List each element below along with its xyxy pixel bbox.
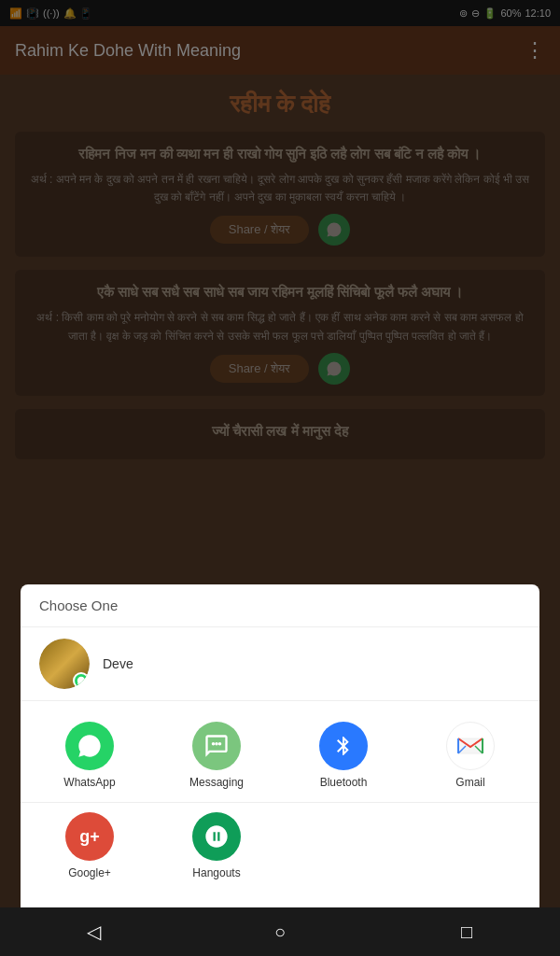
home-button[interactable]: ○ (261, 913, 299, 950)
bottom-navigation: ◁ ○ □ (0, 907, 560, 956)
whatsapp-label: WhatsApp (63, 776, 115, 789)
app-item-google-plus[interactable]: g+ Google+ (30, 807, 149, 885)
app-item-bluetooth[interactable]: Bluetooth (284, 716, 403, 794)
google-plus-label: Google+ (68, 866, 111, 879)
app-grid-row2: g+ Google+ Hangouts (21, 803, 539, 893)
contact-name: Deve (103, 656, 133, 671)
svg-point-2 (218, 742, 222, 746)
bottom-sheet: Choose One Deve WhatsApp (21, 584, 539, 907)
sheet-header: Choose One (21, 584, 539, 627)
app-item-gmail[interactable]: Gmail (411, 716, 530, 794)
messaging-icon (192, 722, 241, 770)
gmail-label: Gmail (455, 776, 484, 789)
back-button[interactable]: ◁ (75, 913, 112, 950)
whatsapp-icon (65, 722, 114, 770)
gmail-icon (446, 722, 495, 770)
contact-avatar (39, 639, 90, 689)
svg-point-0 (212, 742, 216, 746)
hangouts-label: Hangouts (192, 866, 240, 879)
app-item-whatsapp[interactable]: WhatsApp (30, 716, 149, 794)
recent-button[interactable]: □ (448, 913, 485, 950)
app-item-messaging[interactable]: Messaging (157, 716, 276, 794)
bluetooth-label: Bluetooth (320, 776, 368, 789)
google-plus-icon: g+ (65, 812, 114, 861)
modal-overlay[interactable]: Choose One Deve WhatsApp (0, 0, 560, 956)
bluetooth-app-icon (319, 722, 368, 770)
recent-contact-section[interactable]: Deve (21, 627, 539, 701)
hangouts-icon (192, 812, 241, 861)
sheet-title: Choose One (39, 598, 118, 613)
messaging-label: Messaging (189, 776, 244, 789)
svg-point-1 (215, 742, 218, 746)
app-item-hangouts[interactable]: Hangouts (157, 807, 276, 885)
app-grid-row1: WhatsApp Messaging Bluetooth (21, 701, 539, 803)
whatsapp-badge (73, 672, 90, 689)
